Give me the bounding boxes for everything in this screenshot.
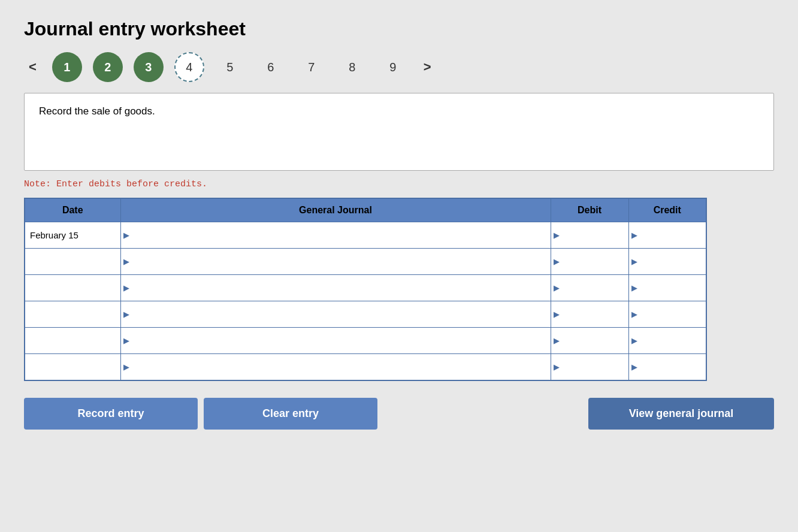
pag-item-9[interactable]: 9 [378, 52, 408, 82]
credit-input-1[interactable] [640, 249, 706, 274]
debit-cell-2[interactable]: ▶ [551, 275, 628, 301]
debit-cell-5[interactable]: ▶ [551, 354, 628, 380]
debit-input-2[interactable] [562, 275, 628, 301]
credit-input-2[interactable] [640, 275, 706, 301]
table-row: February 15▶▶▶ [25, 222, 706, 249]
table-row: ▶▶▶ [25, 275, 706, 301]
next-button[interactable]: > [419, 57, 436, 77]
cell-arrow-icon: ▶ [551, 231, 562, 240]
credit-cell-5[interactable]: ▶ [628, 354, 706, 380]
date-cell-2 [25, 275, 120, 301]
instruction-box: Record the sale of goods. [24, 93, 774, 171]
table-row: ▶▶▶ [25, 301, 706, 328]
debit-cell-4[interactable]: ▶ [551, 328, 628, 354]
debit-input-3[interactable] [562, 301, 628, 327]
general-journal-cell-2[interactable]: ▶ [120, 275, 551, 301]
pag-item-7[interactable]: 7 [297, 52, 327, 82]
col-header-credit: Credit [628, 198, 706, 222]
col-header-debit: Debit [551, 198, 628, 222]
col-header-general-journal: General Journal [120, 198, 551, 222]
cell-arrow-icon: ▶ [629, 231, 640, 240]
cell-arrow-icon: ▶ [629, 257, 640, 266]
pag-item-1[interactable]: 1 [52, 52, 82, 82]
prev-button[interactable]: < [24, 57, 41, 77]
general-journal-cell-1[interactable]: ▶ [120, 249, 551, 275]
general-journal-input-0[interactable] [132, 222, 551, 248]
general-journal-cell-4[interactable]: ▶ [120, 328, 551, 354]
table-row: ▶▶▶ [25, 328, 706, 354]
journal-table: Date General Journal Debit Credit Februa… [24, 198, 707, 381]
table-row: ▶▶▶ [25, 354, 706, 380]
cell-arrow-icon: ▶ [551, 257, 562, 266]
debit-input-4[interactable] [562, 328, 628, 353]
record-entry-button[interactable]: Record entry [24, 398, 198, 430]
debit-cell-3[interactable]: ▶ [551, 301, 628, 328]
credit-cell-0[interactable]: ▶ [628, 222, 706, 249]
date-cell-3 [25, 301, 120, 328]
cell-arrow-icon: ▶ [121, 310, 132, 319]
credit-cell-4[interactable]: ▶ [628, 328, 706, 354]
pag-item-5[interactable]: 5 [215, 52, 245, 82]
credit-cell-3[interactable]: ▶ [628, 301, 706, 328]
cell-arrow-icon: ▶ [551, 336, 562, 345]
cell-arrow-icon: ▶ [629, 362, 640, 371]
general-journal-cell-5[interactable]: ▶ [120, 354, 551, 380]
page-title: Journal entry worksheet [24, 18, 774, 40]
credit-cell-1[interactable]: ▶ [628, 249, 706, 275]
cell-arrow-icon: ▶ [551, 362, 562, 371]
credit-input-3[interactable] [640, 301, 706, 327]
cell-arrow-icon: ▶ [551, 283, 562, 292]
instruction-text: Record the sale of goods. [39, 105, 759, 117]
cell-arrow-icon: ▶ [629, 310, 640, 319]
debit-cell-0[interactable]: ▶ [551, 222, 628, 249]
general-journal-input-2[interactable] [132, 275, 551, 301]
credit-input-0[interactable] [640, 222, 706, 248]
pagination: < 123456789 > [24, 52, 774, 82]
debit-cell-1[interactable]: ▶ [551, 249, 628, 275]
pag-item-3[interactable]: 3 [134, 52, 164, 82]
cell-arrow-icon: ▶ [629, 283, 640, 292]
credit-cell-2[interactable]: ▶ [628, 275, 706, 301]
buttons-row: Record entry Clear entry View general jo… [24, 398, 774, 430]
date-cell-4 [25, 328, 120, 354]
date-cell-5 [25, 354, 120, 380]
note-text: Note: Enter debits before credits. [24, 179, 774, 189]
debit-input-1[interactable] [562, 249, 628, 274]
cell-arrow-icon: ▶ [551, 310, 562, 319]
general-journal-input-5[interactable] [132, 354, 551, 380]
debit-input-5[interactable] [562, 354, 628, 380]
pag-item-2[interactable]: 2 [93, 52, 123, 82]
credit-input-5[interactable] [640, 354, 706, 380]
general-journal-cell-3[interactable]: ▶ [120, 301, 551, 328]
credit-input-4[interactable] [640, 328, 706, 353]
cell-arrow-icon: ▶ [629, 336, 640, 345]
general-journal-cell-0[interactable]: ▶ [120, 222, 551, 249]
clear-entry-button[interactable]: Clear entry [204, 398, 377, 430]
cell-arrow-icon: ▶ [121, 257, 132, 266]
debit-input-0[interactable] [562, 222, 628, 248]
pag-item-8[interactable]: 8 [337, 52, 367, 82]
date-cell-1 [25, 249, 120, 275]
pag-item-6[interactable]: 6 [256, 52, 286, 82]
table-row: ▶▶▶ [25, 249, 706, 275]
view-general-journal-button[interactable]: View general journal [588, 398, 774, 430]
general-journal-input-4[interactable] [132, 328, 551, 353]
cell-arrow-icon: ▶ [121, 231, 132, 240]
general-journal-input-3[interactable] [132, 301, 551, 327]
pag-item-4[interactable]: 4 [174, 52, 204, 82]
cell-arrow-icon: ▶ [121, 336, 132, 345]
cell-arrow-icon: ▶ [121, 362, 132, 371]
col-header-date: Date [25, 198, 120, 222]
cell-arrow-icon: ▶ [121, 283, 132, 292]
general-journal-input-1[interactable] [132, 249, 551, 274]
date-cell-0: February 15 [25, 222, 120, 249]
